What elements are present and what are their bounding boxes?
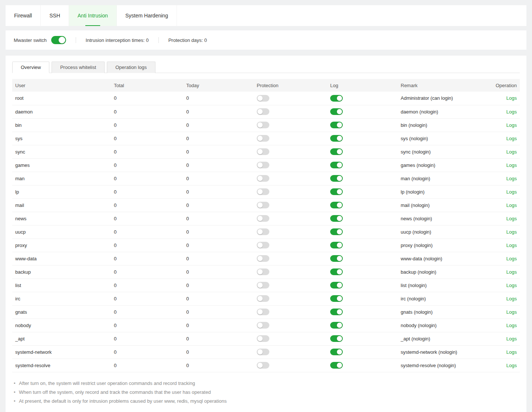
log-cell <box>327 105 398 118</box>
logs-link[interactable]: Logs <box>506 256 517 261</box>
logs-link[interactable]: Logs <box>506 283 517 288</box>
protection-toggle[interactable] <box>257 322 269 329</box>
protection-toggle[interactable] <box>257 188 269 195</box>
subtab-process-whitelist[interactable]: Process whitelist <box>52 62 105 73</box>
logs-link[interactable]: Logs <box>506 243 517 248</box>
logs-link[interactable]: Logs <box>506 162 517 168</box>
log-toggle[interactable] <box>330 322 343 329</box>
logs-link[interactable]: Logs <box>506 136 517 141</box>
logs-link[interactable]: Logs <box>506 323 517 328</box>
logs-link[interactable]: Logs <box>506 216 517 221</box>
toggle-knob <box>257 109 263 114</box>
protection-toggle[interactable] <box>257 135 269 142</box>
tab-firewall[interactable]: Firewall <box>6 5 41 26</box>
log-toggle[interactable] <box>330 122 343 128</box>
log-toggle[interactable] <box>330 268 343 275</box>
master-switch-toggle[interactable] <box>51 36 66 44</box>
toggle-knob <box>337 269 342 274</box>
protection-toggle[interactable] <box>257 362 269 369</box>
log-toggle[interactable] <box>330 108 343 115</box>
log-toggle[interactable] <box>330 335 343 342</box>
protection-toggle[interactable] <box>257 335 269 342</box>
toggle-knob <box>257 283 263 288</box>
logs-link[interactable]: Logs <box>506 296 517 301</box>
table-row-mail: mail00mail (nologin)Logs <box>12 198 520 212</box>
user-cell: bin <box>12 118 111 132</box>
logs-link[interactable]: Logs <box>506 202 517 208</box>
logs-link[interactable]: Logs <box>506 336 517 342</box>
log-toggle[interactable] <box>330 295 343 302</box>
column-header-log: Log <box>327 79 398 92</box>
logs-link[interactable]: Logs <box>506 349 517 355</box>
protection-toggle[interactable] <box>257 349 269 355</box>
protection-toggle[interactable] <box>257 108 269 115</box>
toggle-knob <box>337 176 342 181</box>
logs-link[interactable]: Logs <box>506 109 517 115</box>
master-switch-bar: Mwaster switch Intrusion interception ti… <box>6 30 526 50</box>
log-toggle[interactable] <box>330 202 343 208</box>
protection-cell <box>254 238 327 252</box>
logs-link[interactable]: Logs <box>506 309 517 315</box>
logs-link[interactable]: Logs <box>506 122 517 128</box>
protection-toggle[interactable] <box>257 309 269 315</box>
protection-toggle[interactable] <box>257 295 269 302</box>
logs-link[interactable]: Logs <box>506 269 517 275</box>
toggle-knob <box>257 269 263 274</box>
log-toggle[interactable] <box>330 255 343 262</box>
log-toggle[interactable] <box>330 228 343 235</box>
tab-system-hardening[interactable]: System Hardening <box>117 5 177 26</box>
protection-toggle[interactable] <box>257 282 269 289</box>
protection-toggle[interactable] <box>257 95 269 102</box>
log-cell <box>327 212 398 225</box>
logs-link[interactable]: Logs <box>506 189 517 195</box>
subtab-operation-logs[interactable]: Operation logs <box>107 62 155 73</box>
log-toggle[interactable] <box>330 362 343 369</box>
log-toggle[interactable] <box>330 135 343 142</box>
tab-ssh[interactable]: SSH <box>41 5 69 26</box>
log-cell <box>327 158 398 172</box>
protection-toggle[interactable] <box>257 228 269 235</box>
user-cell: mail <box>12 198 111 212</box>
protection-toggle[interactable] <box>257 122 269 128</box>
logs-link[interactable]: Logs <box>506 229 517 235</box>
today-cell: 0 <box>183 118 254 132</box>
logs-link[interactable]: Logs <box>506 363 517 368</box>
protection-toggle[interactable] <box>257 148 269 155</box>
log-cell <box>327 145 398 158</box>
log-toggle[interactable] <box>330 95 343 102</box>
log-toggle[interactable] <box>330 309 343 315</box>
protection-toggle[interactable] <box>257 175 269 182</box>
log-toggle[interactable] <box>330 162 343 168</box>
log-cell <box>327 332 398 345</box>
table-row-nobody: nobody00nobody (nologin)Logs <box>12 319 520 332</box>
column-header-today: Today <box>183 79 254 92</box>
log-toggle[interactable] <box>330 242 343 248</box>
operation-cell: Logs <box>490 172 520 185</box>
protection-toggle[interactable] <box>257 242 269 248</box>
log-toggle[interactable] <box>330 349 343 355</box>
toggle-knob <box>337 323 342 328</box>
log-toggle[interactable] <box>330 188 343 195</box>
remark-cell: sys (nologin) <box>398 132 490 145</box>
protection-toggle[interactable] <box>257 202 269 208</box>
log-toggle[interactable] <box>330 282 343 289</box>
tab-anti-intrusion[interactable]: Anti Intrusion <box>69 5 117 26</box>
logs-link[interactable]: Logs <box>506 95 517 101</box>
protection-toggle[interactable] <box>257 162 269 168</box>
log-toggle[interactable] <box>330 148 343 155</box>
log-toggle[interactable] <box>330 215 343 222</box>
today-cell: 0 <box>183 252 254 265</box>
total-cell: 0 <box>111 345 183 359</box>
protection-toggle[interactable] <box>257 255 269 262</box>
today-cell: 0 <box>183 132 254 145</box>
remark-cell: backup (nologin) <box>398 265 490 278</box>
logs-link[interactable]: Logs <box>506 176 517 181</box>
column-header-protection: Protection <box>254 79 327 92</box>
subtab-overview[interactable]: Overview <box>12 62 49 73</box>
log-toggle[interactable] <box>330 175 343 182</box>
protection-toggle[interactable] <box>257 268 269 275</box>
remark-cell: gnats (nologin) <box>398 305 490 319</box>
interception-times-label: Intrusion interception times: <box>86 37 145 43</box>
protection-toggle[interactable] <box>257 215 269 222</box>
logs-link[interactable]: Logs <box>506 149 517 155</box>
